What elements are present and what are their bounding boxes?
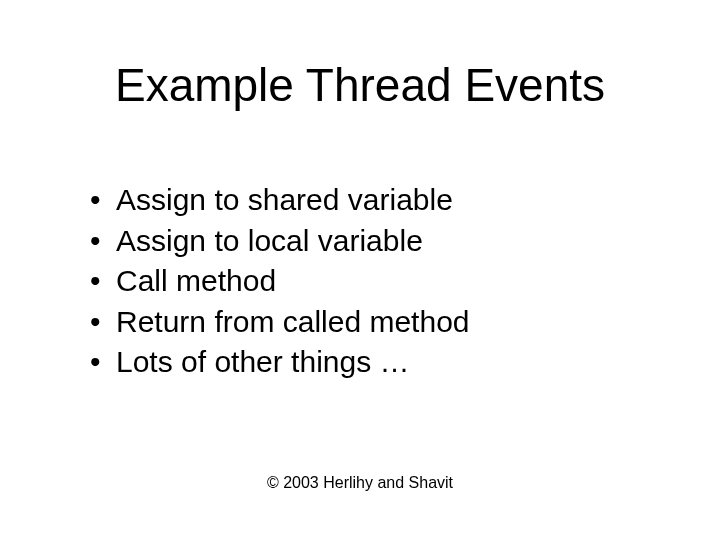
list-item: • Assign to local variable (90, 221, 660, 262)
bullet-icon: • (90, 302, 116, 343)
copyright-footer: © 2003 Herlihy and Shavit (0, 474, 720, 492)
list-item-text: Call method (116, 261, 276, 302)
list-item-text: Assign to shared variable (116, 180, 453, 221)
slide-title: Example Thread Events (0, 58, 720, 112)
list-item: • Assign to shared variable (90, 180, 660, 221)
slide: Example Thread Events • Assign to shared… (0, 0, 720, 540)
bullet-list: • Assign to shared variable • Assign to … (90, 180, 660, 383)
bullet-icon: • (90, 180, 116, 221)
list-item: • Lots of other things … (90, 342, 660, 383)
list-item: • Call method (90, 261, 660, 302)
bullet-icon: • (90, 261, 116, 302)
bullet-icon: • (90, 221, 116, 262)
list-item-text: Assign to local variable (116, 221, 423, 262)
list-item: • Return from called method (90, 302, 660, 343)
list-item-text: Lots of other things … (116, 342, 410, 383)
bullet-icon: • (90, 342, 116, 383)
list-item-text: Return from called method (116, 302, 470, 343)
